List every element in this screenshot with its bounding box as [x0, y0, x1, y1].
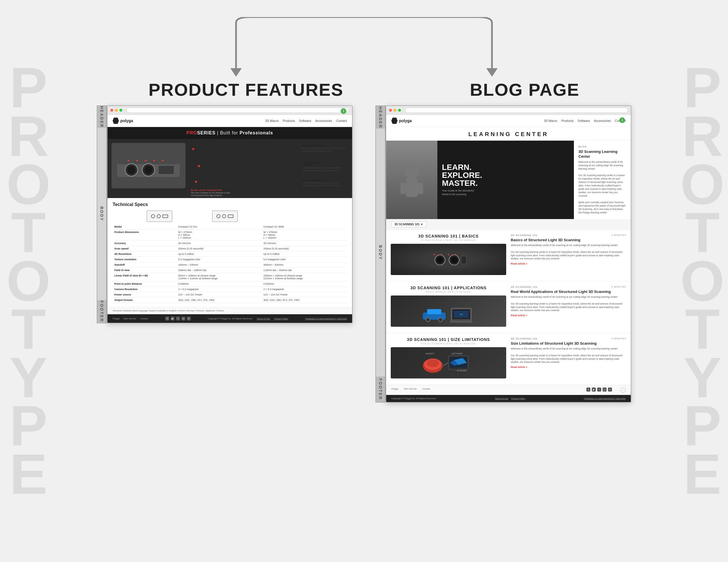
article-basics-section: 3D SCANNING 101 | BASICS STRUCTURED LIGH…	[386, 230, 631, 281]
bp-nav-accessories[interactable]: Accessories	[594, 119, 611, 123]
close-dot	[110, 109, 113, 112]
svg-point-14	[153, 160, 155, 161]
pf-feedback[interactable]: Feedback on web experience? Click here	[305, 317, 347, 320]
apps-read-more[interactable]: Read article »	[511, 314, 626, 317]
svg-point-32	[426, 318, 430, 321]
bp-footer-link-contact[interactable]: Contact	[422, 387, 430, 393]
nav-software[interactable]: Software	[299, 119, 311, 123]
pf-terms[interactable]: Terms of Use	[257, 317, 270, 320]
blog-page-screen: HEADER BODY FOOTER	[375, 105, 631, 403]
bp-feedback[interactable]: Feedback on web experience? Click here	[584, 397, 626, 400]
apps-text: Welcome to the extraordinary world of 3D…	[511, 295, 626, 312]
bp-filter-select[interactable]: 3D SCANNING 101 ▼	[391, 221, 426, 227]
main-container: PRODUCT FEATURES BLOG PAGE HEADER BODY F…	[0, 0, 728, 425]
screens-container: HEADER BODY FOOTER	[57, 105, 671, 403]
blog-labels-column: HEADER BODY FOOTER	[375, 105, 386, 403]
bp-youtube-icon[interactable]: ▶	[592, 387, 596, 391]
svg-text:SUBJECT: SUBJECT	[425, 352, 435, 354]
svg-point-7	[127, 166, 135, 174]
svg-point-33	[439, 318, 442, 321]
svg-point-26	[434, 254, 435, 256]
svg-point-12	[136, 160, 138, 161]
basics-section-sub: STRUCTURED LIGHT 3D SCANNING	[391, 239, 506, 242]
size-text: Welcome to the extraordinary world of 3D…	[511, 347, 626, 364]
bp-facebook-icon[interactable]: f	[597, 387, 601, 391]
pf-footer-bottom: Polyga Who We Are Contact 𝕏 ▶ f in ©	[107, 314, 352, 323]
bp-learning-center: LEARNING CENTER i	[386, 127, 631, 141]
bp-nav: S5 Macro Products Software Accessories C…	[544, 119, 626, 123]
size-img: SUBJECT SOFTWARE	[391, 347, 506, 378]
twitter-icon[interactable]: 𝕏	[165, 316, 169, 320]
svg-point-22	[437, 257, 443, 263]
close-dot-blog	[389, 109, 392, 112]
bp-site-header: polyga S5 Macro Products Software Access…	[386, 115, 631, 127]
product-screen-with-labels: HEADER BODY FOOTER	[97, 105, 353, 323]
basics-text: Welcome to the extraordinary world of 3D…	[511, 244, 626, 261]
pf-site-header: polyga S5 Macro Products Software Access…	[107, 115, 352, 127]
product-body-label: BODY	[97, 128, 106, 300]
svg-point-9	[144, 166, 152, 174]
bp-nav-products[interactable]: Products	[561, 119, 574, 123]
bp-hero-image	[386, 141, 437, 219]
bp-scroll-top[interactable]: ↑	[621, 387, 626, 393]
bp-logo: polyga	[391, 118, 412, 124]
svg-text:SOFTWARE: SOFTWARE	[451, 352, 463, 354]
copyright-icon[interactable]: ©	[187, 316, 191, 320]
bp-hero: LEARN.EXPLORE.MASTER. Your Guide to the …	[386, 141, 631, 219]
maximize-dot	[119, 109, 122, 112]
pf-logo-text: polyga	[120, 119, 133, 123]
article-basics-left: 3D SCANNING 101 | BASICS STRUCTURED LIGH…	[391, 234, 506, 277]
bp-hero-right-panel: BLOG 3D Scanning Learning Center Welcome…	[574, 141, 631, 219]
url-bar-blog	[405, 108, 628, 113]
bp-footer-link-whoweare[interactable]: Who We Are	[404, 387, 417, 393]
bp-linkedin-icon[interactable]: in	[603, 387, 607, 391]
table-row: 3D Resolution up to 5 million Up to 5 mi…	[113, 252, 347, 257]
pf-social-icons: 𝕏 ▶ f in ©	[165, 316, 191, 320]
bp-lc-title: LEARNING CENTER	[391, 131, 626, 138]
apps-img: 3D	[391, 295, 506, 327]
connector-area	[57, 17, 671, 80]
nav-accessories[interactable]: Accessories	[315, 119, 332, 123]
pf-tech-title: Technical Specs	[113, 202, 347, 207]
table-row: Standoff 165mm – 235mm 300mm – 500mm	[113, 262, 347, 268]
pf-product-area: PRE CALIBRATION Verified in accordance w…	[107, 139, 352, 198]
svg-line-49	[443, 363, 448, 366]
minimize-dot-blog	[394, 109, 396, 112]
footer-link-polyga[interactable]: Polyga	[113, 317, 119, 320]
table-row: Model Compact S1 Pro Compact S1 Wide	[113, 224, 347, 230]
product-features-title: PRODUCT FEATURES	[148, 80, 343, 100]
basics-read-more[interactable]: Read article »	[511, 262, 626, 265]
bp-footer-link-polyga[interactable]: Polyga	[391, 387, 398, 393]
svg-text:3D MODEL: 3D MODEL	[457, 370, 467, 372]
nav-s5macro[interactable]: S5 Macro	[265, 119, 279, 123]
facebook-icon[interactable]: f	[176, 316, 180, 320]
footer-link-whoweare[interactable]: Who We Are	[123, 317, 136, 320]
blog-body-label: BODY	[376, 129, 385, 376]
product-features-screen: HEADER BODY FOOTER	[97, 105, 353, 323]
youtube-icon[interactable]: ▶	[171, 316, 175, 320]
bp-nav-s5macro[interactable]: S5 Macro	[544, 119, 557, 123]
bp-nav-software[interactable]: Software	[578, 119, 590, 123]
pf-scanner-image	[111, 143, 185, 188]
size-title: Size Limitations of Structured Light 3D …	[511, 341, 626, 346]
nav-products[interactable]: Products	[283, 119, 295, 123]
bp-privacy[interactable]: Privacy Policy	[511, 397, 526, 400]
size-read-more[interactable]: Read article »	[511, 366, 626, 368]
bp-copyright-icon[interactable]: ©	[608, 387, 612, 391]
pf-privacy[interactable]: Privacy Policy	[274, 317, 288, 320]
svg-rect-36	[450, 321, 473, 323]
bp-terms[interactable]: Terms of Use	[495, 397, 508, 400]
footer-link-contact[interactable]: Contact	[140, 317, 148, 320]
nav-contact[interactable]: Contact	[336, 119, 347, 123]
table-row: Power source 12V – 10A DC Power 12V – 10…	[113, 292, 347, 297]
bp-info-badge: i	[619, 117, 625, 123]
table-row: Product dimensions W × 270mmH × 58mmL × …	[113, 230, 347, 241]
article-apps-left: 3D SCANNING 101 | APPLICATIONS REAL WORL…	[391, 285, 506, 329]
dot-2	[198, 165, 200, 167]
bp-twitter-icon[interactable]: 𝕏	[586, 387, 590, 391]
linkedin-icon[interactable]: in	[181, 316, 185, 320]
article-size-right: 3D SCANNING 101 6 Minutes Size Limitatio…	[511, 337, 626, 381]
article-apps-section: 3D SCANNING 101 | APPLICATIONS REAL WORL…	[386, 281, 631, 333]
product-footer-label: FOOTER	[97, 300, 106, 323]
pf-footer-note: FlexScan Software Multi Language Support…	[107, 307, 352, 314]
